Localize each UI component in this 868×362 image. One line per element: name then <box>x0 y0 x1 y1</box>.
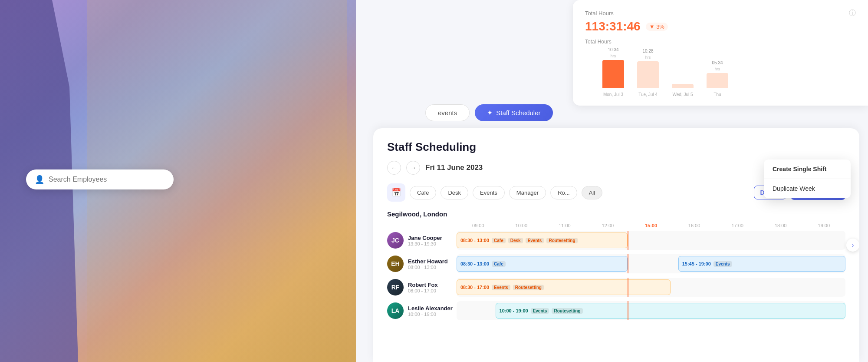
shift-time: 08:30 - 13:00 <box>460 261 489 266</box>
shift-tag-events: Events <box>492 285 510 290</box>
dropdown-menu: Create Single Shift Duplicate Week <box>764 159 851 198</box>
time-slot-1500: 15:00 <box>629 223 673 228</box>
filter-manager[interactable]: Manager <box>509 186 546 199</box>
chart-bar-light2 <box>672 84 694 88</box>
shift-tag-events: Events <box>526 238 544 243</box>
total-hours-value: 113:31:46 <box>585 20 641 33</box>
chart-x-label: Tue, Jul 4 <box>637 92 659 97</box>
chart-x-label: Thu <box>707 92 728 97</box>
left-toolbar: 📅 Cafe Desk Events Manager Ro... All <box>387 183 602 202</box>
shift-time: 08:30 - 13:00 <box>460 238 489 243</box>
employee-timeline[interactable]: 08:30 - 13:00 Cafe 15:45 - 19:00 Events <box>457 254 845 273</box>
filter-ro[interactable]: Ro... <box>550 186 577 199</box>
filter-cafe[interactable]: Cafe <box>410 186 436 199</box>
chart-x-label: Mon, Jul 3 <box>602 92 624 97</box>
scroll-right-button[interactable]: › <box>846 239 859 252</box>
prev-date-button[interactable]: ← <box>387 161 401 175</box>
stats-chart: 10:34 hrs 10:28 hrs 05:34 hrs <box>585 45 856 97</box>
shift-time: 10:00 - 19:00 <box>500 308 528 313</box>
shift-tag-cafe: Cafe <box>492 261 506 267</box>
filter-desk[interactable]: Desk <box>441 186 468 199</box>
search-overlay: 👤 <box>26 169 174 189</box>
shift-time: 08:30 - 17:00 <box>460 285 489 290</box>
employee-name: Esther Howard <box>408 258 448 265</box>
stats-card: Total Hours ⓘ 113:31:46 ▼ 3% Total Hours… <box>573 0 868 106</box>
time-slot-1900: 19:00 <box>802 223 846 228</box>
right-panel: Total Hours ⓘ 113:31:46 ▼ 3% Total Hours… <box>356 0 868 362</box>
location-header: Segilwood, London <box>387 210 845 218</box>
avatar: RF <box>387 279 404 296</box>
shift-block[interactable]: 08:30 - 13:00 Cafe Desk Events Routesett… <box>457 232 628 248</box>
table-row: RF Robert Fox 08:00 - 17:00 08:30 - 17:0… <box>387 278 845 297</box>
time-slot-1200: 12:00 <box>586 223 630 228</box>
filter-all[interactable]: All <box>582 186 602 199</box>
employee-info: JC Jane Cooper 13:30 - 19:30 <box>387 232 457 249</box>
time-slot-0900: 09:00 <box>457 223 500 228</box>
stats-change-badge: ▼ 3% <box>646 23 668 31</box>
current-date: Fri 11 June 2023 <box>425 163 483 172</box>
employee-name: Leslie Alexander <box>408 305 453 312</box>
search-input[interactable] <box>49 176 165 183</box>
shift-tag-desk: Desk <box>508 238 523 243</box>
shift-tag-events: Events <box>713 261 732 267</box>
employee-timeline[interactable]: 10:00 - 19:00 Events Routesetting <box>457 301 845 320</box>
avatar: EH <box>387 256 404 272</box>
employee-timeline[interactable]: 08:30 - 17:00 Events Routesetting <box>457 278 845 297</box>
chart-bar-group <box>672 80 694 88</box>
tab-events[interactable]: events <box>425 104 470 121</box>
chart-bar-group: 05:34 hrs <box>707 60 728 88</box>
shift-tag-routesetting: Routesetting <box>513 285 544 290</box>
employee-timeline[interactable]: 08:30 - 13:00 Cafe Desk Events Routesett… <box>457 231 845 250</box>
chart-bar-light3 <box>707 73 728 88</box>
employee-info: RF Robert Fox 08:00 - 17:00 <box>387 279 457 296</box>
total-hours-label: Total Hours <box>585 10 614 17</box>
avatar: LA <box>387 302 404 319</box>
schedule-grid: Segilwood, London 09:00 10:00 11:00 12:0… <box>387 210 845 325</box>
table-row: JC Jane Cooper 13:30 - 19:30 08:30 - 13:… <box>387 231 845 250</box>
shift-time: 15:45 - 19:00 <box>682 261 711 266</box>
page-title: Staff Scheduling <box>387 140 845 154</box>
table-row: EH Esther Howard 08:00 - 13:00 08:30 - 1… <box>387 254 845 273</box>
nav-tabs: events ✦ Staff Scheduler <box>425 104 553 121</box>
employee-hours: 08:00 - 17:00 <box>408 288 438 293</box>
employee-info: EH Esther Howard 08:00 - 13:00 <box>387 256 457 272</box>
shift-block[interactable]: 10:00 - 19:00 Events Routesetting <box>496 303 845 319</box>
stats-sub-label: Total Hours <box>585 39 856 45</box>
employee-hours: 13:30 - 19:30 <box>408 241 442 246</box>
create-single-shift-option[interactable]: Create Single Shift <box>764 159 851 179</box>
chart-bar-group: 10:34 hrs <box>602 47 624 88</box>
time-slot-1100: 11:00 <box>543 223 586 228</box>
employee-hours: 08:00 - 13:00 <box>408 265 448 270</box>
shift-tag-routesetting: Routesetting <box>552 308 582 314</box>
chart-bar-group: 10:28 hrs <box>637 49 659 88</box>
avatar: JC <box>387 232 404 249</box>
scheduling-area: Staff Scheduling ← → Fri 11 June 2023 📅 … <box>373 128 859 362</box>
shift-block[interactable]: 15:45 - 19:00 Events <box>678 256 845 272</box>
employee-name: Jane Cooper <box>408 235 442 241</box>
time-slot-1700: 17:00 <box>716 223 759 228</box>
search-icon: 👤 <box>35 175 44 184</box>
employee-info: LA Leslie Alexander 10:00 - 19:00 <box>387 302 457 319</box>
chart-bar-orange <box>602 60 624 88</box>
info-icon[interactable]: ⓘ <box>849 9 856 18</box>
staff-scheduler-icon: ✦ <box>487 109 493 117</box>
tab-staff-scheduler[interactable]: ✦ Staff Scheduler <box>475 104 552 121</box>
chart-x-label: Wed, Jul 5 <box>672 92 694 97</box>
shift-tag-cafe: Cafe <box>492 238 506 243</box>
search-box: 👤 <box>26 169 174 189</box>
employee-name: Robert Fox <box>408 282 438 288</box>
table-row: LA Leslie Alexander 10:00 - 19:00 10:00 … <box>387 301 845 320</box>
shift-block[interactable]: 08:30 - 13:00 Cafe <box>457 256 628 272</box>
shift-tag-routesetting: Routesetting <box>546 238 577 243</box>
time-slot-1800: 18:00 <box>759 223 802 228</box>
chart-bar-light1 <box>637 61 659 88</box>
filter-events[interactable]: Events <box>473 186 505 199</box>
time-slot-1000: 10:00 <box>500 223 543 228</box>
shift-block[interactable]: 08:30 - 17:00 Events Routesetting <box>457 279 671 295</box>
time-slot-1600: 16:00 <box>673 223 716 228</box>
shift-tag-events: Events <box>531 308 549 314</box>
employee-hours: 10:00 - 19:00 <box>408 312 453 317</box>
duplicate-week-option[interactable]: Duplicate Week <box>764 179 851 198</box>
next-date-button[interactable]: → <box>406 161 420 175</box>
calendar-button[interactable]: 📅 <box>387 183 405 202</box>
